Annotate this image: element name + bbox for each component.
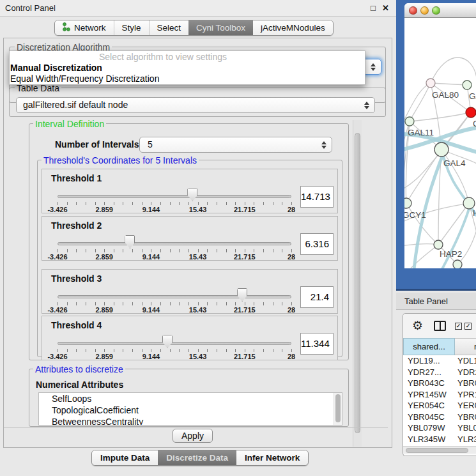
tab-jactivemnodules[interactable]: jActiveMNodules <box>253 20 333 35</box>
cell-shared-name[interactable]: YBR045C <box>403 411 455 423</box>
cell-name[interactable]: YPR1 <box>455 389 476 401</box>
numerical-attributes-list[interactable]: SelfLoopsTopologicalCoefficientBetweenne… <box>38 392 342 426</box>
network-edge[interactable] <box>410 112 471 121</box>
scrollbar-thumb[interactable] <box>335 394 341 422</box>
network-graph: GAL80GACGAL11GAL4GCY1HHAP2 <box>404 18 476 268</box>
cell-name[interactable]: YDL1 <box>455 355 476 367</box>
table-row[interactable]: YBL079WYBL0 <box>403 422 476 434</box>
cell-name[interactable]: YER0 <box>455 400 476 411</box>
scale-label: 15.43 <box>189 206 207 213</box>
attribute-list-item[interactable]: TopologicalCoefficient <box>39 404 342 416</box>
cell-shared-name[interactable]: YLR345W <box>403 434 455 445</box>
tab-select[interactable]: Select <box>149 20 189 35</box>
network-edge[interactable] <box>404 121 410 268</box>
threshold-1-value-field[interactable]: 14.713 <box>300 186 334 208</box>
close-traffic-light[interactable] <box>409 6 417 15</box>
table-row[interactable]: YDL19...YDL1 <box>403 355 476 367</box>
cell-shared-name[interactable]: YPR145W <box>403 389 455 401</box>
threshold-1-slider-track[interactable] <box>58 195 291 198</box>
cell-name[interactable]: YDR2 <box>455 367 476 378</box>
scrollbar-thumb[interactable] <box>406 448 468 453</box>
threshold-4-value-field[interactable]: 11.344 <box>300 333 334 355</box>
network-canvas[interactable]: GAL80GACGAL11GAL4GCY1HHAP2 <box>404 18 476 268</box>
table-row[interactable]: YLR345WYLR3 <box>403 434 476 445</box>
threshold-3-value-field[interactable]: 21.4 <box>300 286 334 308</box>
network-node[interactable] <box>453 260 462 268</box>
threshold-2-slider-track[interactable] <box>58 242 291 245</box>
threshold-3-label: Threshold 3 <box>51 273 102 284</box>
threshold-3-slider-handle[interactable] <box>237 288 247 302</box>
threshold-1-panel: Threshold 1 -3.4262.8599.14415.4321.7152… <box>42 169 338 213</box>
cell-name[interactable]: YLR3 <box>455 434 476 445</box>
minimize-traffic-light[interactable] <box>420 6 429 15</box>
list-scrollbar[interactable] <box>334 393 342 425</box>
gear-icon[interactable]: ⚙ <box>412 318 423 333</box>
tab-cyni-toolbox[interactable]: Cyni Toolbox <box>188 20 253 35</box>
network-edge[interactable] <box>404 244 438 247</box>
combo-arrows-icon <box>371 63 376 71</box>
attribute-list-item[interactable]: SelfLoops <box>39 393 342 404</box>
zoom-traffic-light[interactable] <box>432 6 440 15</box>
network-edge[interactable] <box>441 150 469 203</box>
network-node[interactable] <box>434 142 449 157</box>
network-node[interactable] <box>463 81 472 89</box>
panel-vertical-scrollbar[interactable] <box>353 120 362 447</box>
network-edge[interactable] <box>431 83 467 85</box>
table-panel-title: Table Panel <box>404 296 448 306</box>
cell-shared-name[interactable]: YBL079W <box>403 422 455 434</box>
algorithm-prompt-item[interactable]: Select algorithm to view settings <box>10 51 365 63</box>
threshold-4-slider-handle[interactable] <box>162 335 173 348</box>
table-row[interactable]: YPR145WYPR1 <box>403 389 476 401</box>
network-node[interactable] <box>426 79 435 88</box>
network-node[interactable] <box>463 197 475 209</box>
network-node[interactable] <box>466 107 476 118</box>
algorithm-item-manual[interactable]: Manual Discretization <box>10 63 365 73</box>
cell-shared-name[interactable]: YDL19... <box>403 355 455 367</box>
network-window-titlebar[interactable] <box>404 3 476 18</box>
cell-shared-name[interactable]: YER054C <box>403 400 455 411</box>
tab-impute-data[interactable]: Impute Data <box>92 450 158 465</box>
tab-discretize-data[interactable]: Discretize Data <box>158 450 236 465</box>
network-node[interactable] <box>404 198 411 208</box>
threshold-4-slider-track[interactable] <box>58 342 291 345</box>
table-row[interactable]: YDR27...YDR2 <box>403 367 476 378</box>
column-header-shared-name[interactable]: shared... <box>403 338 455 355</box>
scale-label: 2.859 <box>95 353 113 360</box>
cell-name[interactable]: YBR0 <box>455 378 476 389</box>
number-of-intervals-combobox[interactable]: 5 <box>139 137 332 153</box>
table-horizontal-scrollbar[interactable] <box>403 446 476 454</box>
table-row[interactable]: YBR045CYBR0 <box>403 411 476 423</box>
network-node[interactable] <box>405 117 414 126</box>
network-edge[interactable] <box>404 153 440 192</box>
columns-icon[interactable] <box>434 321 446 331</box>
threshold-1-slider-handle[interactable] <box>187 188 197 201</box>
checkbox-icon[interactable]: ✓ <box>455 323 462 330</box>
algorithm-item-equal-width[interactable]: Equal Width/Frequency Discretization <box>10 73 365 84</box>
cell-shared-name[interactable]: YBR043C <box>403 378 455 389</box>
tab-jactive-label: jActiveMNodules <box>261 23 325 33</box>
close-icon[interactable]: ✕ <box>382 3 389 13</box>
attribute-list-item[interactable]: BetweennessCentrality <box>39 416 342 426</box>
cell-shared-name[interactable]: YDR27... <box>403 367 455 378</box>
network-node[interactable] <box>434 240 443 249</box>
scrollbar-thumb[interactable] <box>355 133 360 433</box>
network-edge[interactable] <box>410 83 431 121</box>
threshold-2-slider-handle[interactable] <box>125 235 135 249</box>
checkbox-icon[interactable]: ✓ <box>464 323 472 330</box>
cell-name[interactable]: YBR0 <box>455 411 476 423</box>
network-edge-thick[interactable] <box>442 207 470 268</box>
table-data-combobox[interactable]: galFiltered.sif default node <box>16 97 375 113</box>
tab-style[interactable]: Style <box>114 20 149 35</box>
table-row[interactable]: YER054CYER0 <box>403 400 476 411</box>
float-window-icon[interactable]: □ <box>371 3 376 13</box>
table-panel: ⚙ ✓ ✓ shared... n... YDL19...YDL1YDR27..… <box>403 313 476 456</box>
tab-network[interactable]: Network <box>55 20 114 35</box>
column-header-name[interactable]: n... <box>455 338 476 355</box>
threshold-2-value-field[interactable]: 6.316 <box>300 233 334 255</box>
apply-button[interactable]: Apply <box>173 429 213 443</box>
table-row[interactable]: YBR043CYBR0 <box>403 378 476 389</box>
tab-infer-network[interactable]: Infer Network <box>236 450 308 465</box>
cell-name[interactable]: YBL0 <box>455 422 476 434</box>
threshold-3-slider-track[interactable] <box>58 295 291 298</box>
network-edge[interactable] <box>431 58 476 83</box>
